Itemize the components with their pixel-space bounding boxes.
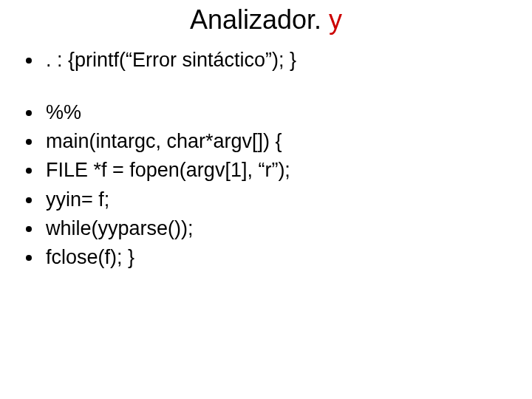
slide-title: Analizador. y — [18, 4, 514, 35]
title-highlight: y — [329, 4, 342, 35]
list-item: while(yyparse()); — [43, 214, 514, 243]
list-item: . : {printf(“Error sintáctico”); } — [43, 46, 514, 75]
list-item: FILE *f = fopen(argv[1], “r”); — [43, 156, 514, 185]
title-prefix: Analizador. — [190, 4, 329, 35]
slide: Analizador. y . : {printf(“Error sintáct… — [0, 0, 532, 399]
list-item: %% — [43, 98, 514, 127]
bullet-list: . : {printf(“Error sintáctico”); } %% ma… — [27, 46, 514, 272]
list-item: fclose(f); } — [43, 243, 514, 272]
list-gap — [43, 75, 514, 98]
list-item: main(intargc, char*argv[]) { — [43, 127, 514, 156]
list-item: yyin= f; — [43, 185, 514, 214]
